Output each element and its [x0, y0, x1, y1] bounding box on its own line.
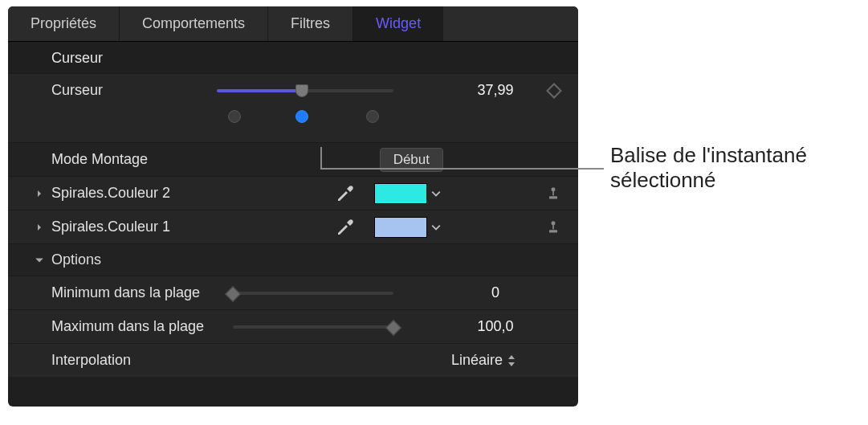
options-header-label: Options [51, 251, 101, 268]
snapshot-marker-rail[interactable] [217, 107, 393, 131]
interpolation-label: Interpolation [32, 352, 233, 369]
section-title: Curseur [8, 42, 578, 73]
snapshot-marker[interactable] [228, 110, 241, 123]
disclosure-right-icon[interactable] [32, 220, 47, 235]
callout-text: Balise de l'instantané sélectionné [610, 143, 807, 193]
tab-bar: Propriétés Comportements Filtres Widget [8, 6, 578, 42]
slider-label: Curseur [32, 82, 217, 99]
color-label: Spirales.Couleur 1 [51, 219, 228, 235]
interpolation-value: Linéaire [451, 352, 503, 369]
edit-mode-button[interactable]: Début [380, 148, 443, 172]
max-value[interactable]: 100,0 [451, 318, 540, 335]
row-options-header[interactable]: Options [8, 243, 578, 276]
callout-line1: Balise de l'instantané [610, 143, 807, 168]
color-label: Spirales.Couleur 2 [51, 185, 228, 202]
row-color: Spirales.Couleur 2 [8, 176, 578, 210]
row-min: Minimum dans la plage 0 [8, 276, 578, 309]
svg-rect-2 [549, 196, 557, 198]
tab-properties[interactable]: Propriétés [8, 6, 120, 41]
disclosure-down-icon[interactable] [32, 253, 47, 268]
max-label: Maximum dans la plage [32, 318, 233, 335]
disclosure-right-icon[interactable] [32, 186, 47, 201]
row-slider: Curseur 37,99 [8, 73, 578, 107]
tab-widget[interactable]: Widget [353, 6, 443, 41]
slider-value[interactable]: 37,99 [451, 82, 540, 99]
edit-mode-label: Mode Montage [32, 151, 217, 168]
min-slider[interactable] [233, 286, 393, 300]
joystick-icon[interactable] [545, 219, 563, 236]
joystick-icon[interactable] [545, 185, 563, 202]
inspector-panel: Propriétés Comportements Filtres Widget … [8, 6, 578, 407]
row-interpolation: Interpolation Linéaire [8, 343, 578, 377]
snapshot-marker[interactable] [366, 110, 379, 123]
snapshot-markers-row [8, 107, 578, 142]
svg-rect-4 [552, 224, 554, 229]
slider-track[interactable] [217, 84, 393, 98]
row-max: Maximum dans la plage 100,0 [8, 309, 578, 343]
eyedropper-icon[interactable] [336, 184, 355, 203]
eyedropper-icon[interactable] [336, 218, 355, 237]
chevron-down-icon[interactable] [427, 183, 445, 204]
callout-line2: sélectionné [610, 168, 807, 193]
interpolation-popup[interactable]: Linéaire [451, 352, 540, 369]
row-color: Spirales.Couleur 1 [8, 210, 578, 243]
tab-behaviors[interactable]: Comportements [120, 6, 268, 41]
min-label: Minimum dans la plage [32, 284, 233, 301]
color-swatch[interactable] [374, 217, 427, 238]
row-edit-mode: Mode Montage Début [8, 142, 578, 176]
color-swatch[interactable] [374, 183, 427, 204]
stepper-icon [507, 355, 516, 366]
svg-rect-1 [552, 190, 554, 195]
keyframe-icon[interactable] [546, 83, 562, 99]
tab-filters[interactable]: Filtres [268, 6, 353, 41]
chevron-down-icon[interactable] [427, 217, 445, 238]
snapshot-marker[interactable] [295, 110, 308, 123]
min-value[interactable]: 0 [451, 284, 540, 301]
max-slider[interactable] [233, 320, 393, 334]
svg-rect-5 [549, 230, 557, 232]
